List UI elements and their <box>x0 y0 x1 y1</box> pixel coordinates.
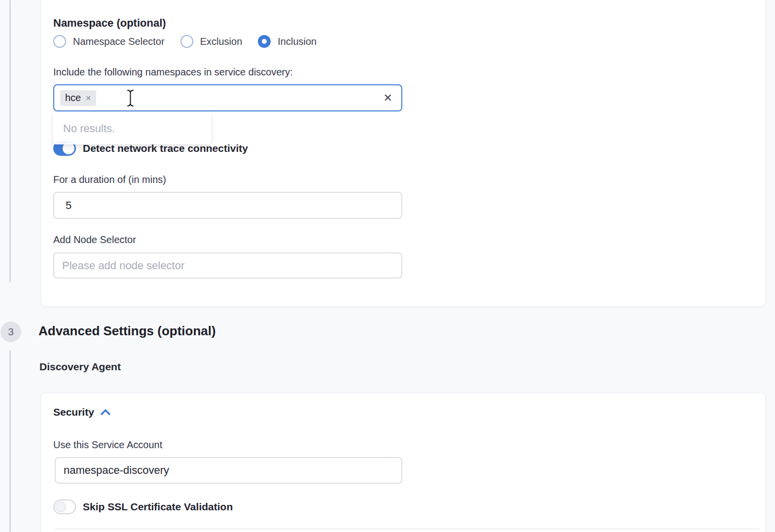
toggle-knob <box>55 501 66 512</box>
tag-remove-icon[interactable]: ✕ <box>85 95 91 102</box>
advanced-settings-title: Advanced Settings (optional) <box>38 323 216 339</box>
radio-inclusion-label: Inclusion <box>278 36 317 47</box>
no-results-message: No results. <box>63 122 115 135</box>
duration-input[interactable] <box>53 192 402 219</box>
namespace-config-card: Namespace (optional) Namespace Selector … <box>41 0 766 307</box>
radio-exclusion-control[interactable] <box>180 35 193 48</box>
namespace-tag-text: hce <box>65 92 81 104</box>
chevron-up-icon[interactable] <box>100 409 111 416</box>
discovery-agent-label: Discovery Agent <box>39 361 121 373</box>
namespace-mode-radio-group: Namespace Selector Exclusion Inclusion <box>53 35 332 48</box>
radio-namespace-selector-control[interactable] <box>53 35 66 48</box>
radio-namespace-selector[interactable]: Namespace Selector <box>53 35 165 48</box>
node-selector-input[interactable] <box>53 252 402 279</box>
namespace-section-label: Namespace (optional) <box>53 17 166 30</box>
namespaces-multiselect-input[interactable]: hce ✕ ✕ <box>53 84 402 111</box>
radio-exclusion-label: Exclusion <box>200 36 243 47</box>
security-collapsible-header[interactable]: Security <box>53 406 111 418</box>
security-title: Security <box>53 406 94 418</box>
radio-namespace-selector-label: Namespace Selector <box>73 36 165 47</box>
step-3-badge: 3 <box>0 321 21 342</box>
text-cursor-icon <box>127 89 134 107</box>
namespace-tag-chip: hce ✕ <box>60 90 96 106</box>
skip-ssl-toggle[interactable] <box>53 499 76 514</box>
namespace-suggestions-dropdown: No results. <box>53 113 211 144</box>
security-card: Security Use this Service Account Skip S… <box>41 393 766 532</box>
service-discovery-form-page: Namespace (optional) Namespace Selector … <box>0 0 775 532</box>
node-selector-label: Add Node Selector <box>53 234 136 246</box>
service-account-input[interactable] <box>55 457 402 484</box>
stepper-connector-line-bottom <box>9 350 11 532</box>
stepper-connector-line-top <box>9 0 11 283</box>
next-field-top-edge <box>55 529 760 530</box>
skip-ssl-toggle-row: Skip SSL Certificate Validation <box>53 499 233 514</box>
clear-field-icon[interactable]: ✕ <box>384 93 392 104</box>
service-account-label: Use this Service Account <box>53 439 162 451</box>
radio-inclusion[interactable]: Inclusion <box>258 35 317 48</box>
duration-label: For a duration of (in mins) <box>53 174 166 185</box>
include-namespaces-label: Include the following namespaces in serv… <box>53 67 293 78</box>
radio-exclusion[interactable]: Exclusion <box>180 35 243 48</box>
skip-ssl-toggle-label: Skip SSL Certificate Validation <box>83 501 233 513</box>
radio-inclusion-control[interactable] <box>258 35 271 48</box>
